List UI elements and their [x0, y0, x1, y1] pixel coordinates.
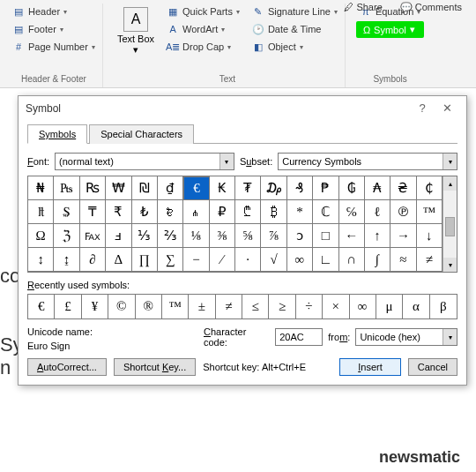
- recent-symbol-cell[interactable]: ±: [189, 295, 215, 318]
- symbol-cell[interactable]: ⅜: [210, 224, 235, 248]
- tab-symbols[interactable]: Symbols: [27, 124, 87, 144]
- symbol-cell[interactable]: √: [261, 248, 286, 272]
- symbol-cell[interactable]: *: [287, 200, 313, 224]
- symbol-cell[interactable]: ≈: [390, 248, 416, 272]
- recent-symbol-cell[interactable]: ™: [162, 295, 189, 318]
- scroll-down-button[interactable]: ▾: [443, 258, 457, 272]
- symbol-cell[interactable]: ↓: [417, 224, 443, 248]
- recent-symbol-cell[interactable]: ©: [108, 295, 135, 318]
- symbol-cell[interactable]: ₼: [183, 200, 209, 224]
- symbol-cell[interactable]: ←: [339, 224, 365, 248]
- symbol-cell[interactable]: ⅔: [158, 224, 183, 248]
- close-button[interactable]: ✕: [435, 101, 459, 115]
- comments-button[interactable]: 💬 Comments: [395, 0, 467, 15]
- recent-symbol-cell[interactable]: ¥: [82, 295, 108, 318]
- symbol-cell[interactable]: ₦: [28, 176, 54, 200]
- drop-cap-button[interactable]: A≣Drop Cap▾: [163, 39, 243, 55]
- symbol-cell[interactable]: ℨ: [54, 224, 79, 248]
- symbol-cell[interactable]: ∙: [235, 248, 261, 272]
- symbol-cell[interactable]: □: [313, 224, 338, 248]
- symbol-cell[interactable]: ≠: [417, 248, 443, 272]
- page-number-button[interactable]: #Page Number▾: [9, 39, 99, 55]
- quick-parts-button[interactable]: ▦Quick Parts▾: [163, 4, 243, 19]
- char-code-input[interactable]: 20AC: [275, 328, 323, 346]
- symbol-cell[interactable]: ∞: [287, 248, 313, 272]
- footer-button[interactable]: ▤Footer▾: [9, 21, 99, 37]
- cancel-button[interactable]: Cancel: [408, 358, 457, 376]
- symbol-cell[interactable]: ₿: [261, 200, 286, 224]
- recent-symbol-cell[interactable]: ÷: [296, 295, 323, 318]
- symbol-cell[interactable]: ₧: [54, 176, 79, 200]
- symbol-cell[interactable]: ∩: [339, 248, 365, 272]
- recent-symbol-cell[interactable]: ≠: [216, 295, 242, 318]
- font-select[interactable]: (normal text)▾: [55, 153, 234, 170]
- symbol-cell[interactable]: ₮: [235, 176, 261, 200]
- symbol-cell[interactable]: ∑: [158, 248, 183, 272]
- symbol-cell[interactable]: ₺: [132, 200, 158, 224]
- symbol-cell[interactable]: ⅛: [183, 224, 209, 248]
- symbol-cell[interactable]: ₷: [54, 200, 79, 224]
- symbol-cell[interactable]: ↕: [28, 248, 54, 272]
- subset-select[interactable]: Currency Symbols▾: [278, 153, 457, 170]
- symbol-cell[interactable]: ⅝: [235, 224, 261, 248]
- recent-symbol-cell[interactable]: α: [403, 295, 429, 318]
- symbol-cell[interactable]: ∫: [365, 248, 390, 272]
- signature-line-button[interactable]: ✎Signature Line▾: [249, 4, 341, 19]
- symbol-cell[interactable]: ₰: [287, 176, 313, 200]
- symbol-cell[interactable]: →: [390, 224, 416, 248]
- symbol-cell[interactable]: ₾: [235, 200, 261, 224]
- symbol-cell[interactable]: €: [183, 176, 209, 200]
- symbol-cell[interactable]: ₲: [339, 176, 365, 200]
- tab-special-characters[interactable]: Special Characters: [89, 124, 194, 144]
- symbol-cell[interactable]: ₶: [28, 200, 54, 224]
- recent-symbol-cell[interactable]: €: [28, 295, 55, 318]
- symbol-cell[interactable]: ⅓: [132, 224, 158, 248]
- recent-symbol-cell[interactable]: ×: [323, 295, 349, 318]
- symbol-cell[interactable]: ₵: [417, 176, 443, 200]
- symbol-cell[interactable]: ∏: [132, 248, 158, 272]
- symbol-cell[interactable]: ↨: [54, 248, 79, 272]
- symbol-cell[interactable]: ∂: [80, 248, 106, 272]
- symbol-cell[interactable]: Ω: [28, 224, 54, 248]
- symbol-cell[interactable]: ₱: [313, 176, 338, 200]
- symbol-cell[interactable]: ₨: [80, 176, 106, 200]
- scroll-up-button[interactable]: ▴: [443, 176, 457, 191]
- symbol-cell[interactable]: ₩: [106, 176, 131, 200]
- symbol-cell[interactable]: ™: [417, 200, 443, 224]
- recent-symbol-cell[interactable]: μ: [376, 295, 403, 318]
- scrollbar[interactable]: ▴ ▾: [443, 176, 457, 272]
- symbol-cell[interactable]: ₴: [390, 176, 416, 200]
- symbol-cell[interactable]: ℅: [339, 200, 365, 224]
- symbol-cell[interactable]: ⅎ: [106, 224, 131, 248]
- from-select[interactable]: Unicode (hex)▾: [355, 328, 457, 346]
- recent-symbol-cell[interactable]: ≤: [242, 295, 269, 318]
- recent-symbol-cell[interactable]: ≥: [269, 295, 295, 318]
- symbol-button[interactable]: ΩSymbol▾: [356, 21, 424, 38]
- text-box-button[interactable]: A Text Box ▾: [114, 4, 158, 59]
- symbol-cell[interactable]: ₭: [210, 176, 235, 200]
- symbol-cell[interactable]: ₽: [210, 200, 235, 224]
- object-button[interactable]: ◧Object▾: [249, 39, 341, 55]
- symbol-cell[interactable]: ₸: [80, 200, 106, 224]
- symbol-cell[interactable]: ₪: [132, 176, 158, 200]
- wordart-button[interactable]: AWordArt▾: [163, 21, 243, 37]
- insert-button[interactable]: Insert: [339, 358, 401, 376]
- symbol-cell[interactable]: ₻: [158, 200, 183, 224]
- symbol-cell[interactable]: ₳: [365, 176, 390, 200]
- symbol-cell[interactable]: Δ: [106, 248, 131, 272]
- date-time-button[interactable]: 🕑Date & Time: [249, 21, 341, 37]
- symbol-cell[interactable]: ℂ: [313, 200, 338, 224]
- recent-symbol-cell[interactable]: ∞: [350, 295, 376, 318]
- shortcut-key-button[interactable]: Shortcut Key...: [114, 358, 196, 376]
- symbol-cell[interactable]: ℗: [390, 200, 416, 224]
- recent-symbol-cell[interactable]: £: [55, 295, 81, 318]
- symbol-cell[interactable]: ℻: [80, 224, 106, 248]
- symbol-cell[interactable]: ∟: [313, 248, 338, 272]
- symbol-cell[interactable]: −: [183, 248, 209, 272]
- symbol-cell[interactable]: ₫: [158, 176, 183, 200]
- symbol-cell[interactable]: ℓ: [365, 200, 390, 224]
- scroll-thumb[interactable]: [445, 217, 455, 236]
- symbol-cell[interactable]: ↑: [365, 224, 390, 248]
- recent-symbol-cell[interactable]: β: [430, 295, 457, 318]
- header-button[interactable]: ▤Header▾: [9, 4, 99, 19]
